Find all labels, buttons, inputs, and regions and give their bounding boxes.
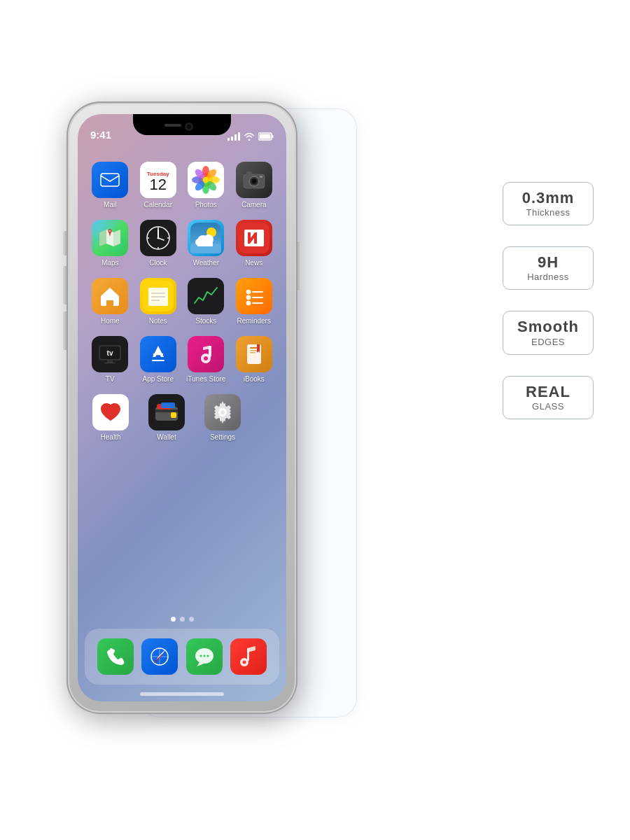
app-mail-label: Mail: [104, 201, 116, 209]
side-button-vol-down: [63, 312, 66, 350]
svg-rect-71: [250, 352, 255, 354]
svg-point-21: [252, 180, 255, 183]
svg-point-53: [246, 301, 251, 305]
dock-phone[interactable]: [94, 638, 137, 675]
app-stocks-label: Stocks: [195, 317, 216, 325]
dock-messages[interactable]: [183, 638, 226, 675]
calendar-day-num: 12: [150, 177, 167, 192]
app-calendar-label: Calendar: [144, 201, 172, 209]
app-camera-label: Camera: [241, 201, 267, 209]
app-photos-label: Photos: [195, 201, 217, 209]
page-dot-1: [171, 617, 176, 622]
app-row-3: Home Notes: [86, 278, 278, 325]
app-tv-label: TV: [106, 375, 115, 383]
app-appstore-label: App Store: [143, 375, 174, 383]
app-itunes[interactable]: iTunes Store: [184, 336, 227, 383]
feature-edges-main: Smooth: [516, 318, 580, 335]
svg-rect-75: [155, 410, 178, 412]
svg-marker-85: [153, 653, 163, 664]
svg-point-91: [243, 661, 246, 664]
app-wallet[interactable]: Wallet: [145, 394, 188, 441]
app-photos[interactable]: Photos: [184, 162, 227, 209]
svg-rect-22: [246, 172, 252, 175]
app-row-1: Mail Tuesday 12 Calendar: [86, 162, 278, 209]
side-button-right: [298, 241, 301, 290]
app-grid: Mail Tuesday 12 Calendar: [78, 156, 286, 458]
svg-point-89: [206, 655, 209, 657]
app-row-2: Maps: [86, 220, 278, 267]
app-clock-label: Clock: [149, 259, 167, 267]
phone-screen: 9:41: [78, 114, 286, 701]
app-weather-label: Weather: [192, 259, 219, 267]
status-icons: [227, 132, 274, 141]
feature-hardness: 9H Hardness: [503, 246, 594, 290]
svg-point-65: [204, 356, 208, 360]
app-stocks[interactable]: Stocks: [184, 278, 227, 325]
side-button-mute: [63, 231, 66, 255]
feature-thickness-main: 0.3mm: [516, 190, 580, 206]
app-reminders-label: Reminders: [237, 317, 271, 325]
feature-hardness-sub: Hardness: [516, 272, 580, 282]
home-indicator: [140, 692, 224, 696]
app-row-4: tv TV: [86, 336, 278, 383]
app-maps[interactable]: Maps: [88, 220, 132, 267]
app-news[interactable]: News: [232, 220, 276, 267]
svg-marker-84: [156, 649, 166, 660]
svg-rect-60: [104, 363, 115, 363]
app-settings[interactable]: Settings: [201, 394, 244, 441]
feature-thickness-sub: Thickness: [516, 207, 580, 218]
battery-icon: [258, 132, 274, 141]
notch: [133, 114, 231, 135]
app-clock[interactable]: Clock: [136, 220, 180, 267]
feature-edges-sub: EDGES: [516, 337, 580, 347]
app-weather[interactable]: Weather: [184, 220, 227, 267]
feature-badges: 0.3mm Thickness 9H Hardness Smooth EDGES…: [503, 182, 594, 419]
svg-rect-42: [197, 242, 213, 246]
svg-rect-78: [161, 402, 175, 408]
app-mail[interactable]: Mail: [88, 162, 132, 209]
svg-rect-23: [260, 176, 262, 178]
svg-rect-2: [164, 124, 181, 127]
app-maps-label: Maps: [102, 259, 118, 267]
app-tv[interactable]: tv TV: [88, 336, 132, 383]
page-dot-3: [189, 617, 194, 622]
app-ibooks-label: iBooks: [244, 375, 265, 383]
product-scene: 9:41: [0, 0, 630, 840]
feature-glass-sub: GLASS: [516, 401, 580, 412]
page-dot-2: [180, 617, 185, 622]
iphone-body: 9:41: [66, 102, 298, 714]
app-camera[interactable]: Camera: [232, 162, 276, 209]
dock: [85, 629, 279, 685]
svg-point-52: [246, 295, 251, 300]
app-appstore[interactable]: App Store: [136, 336, 180, 383]
app-notes-label: Notes: [149, 317, 167, 325]
feature-thickness: 0.3mm Thickness: [503, 182, 594, 225]
app-home-label: Home: [101, 317, 120, 325]
svg-point-88: [203, 655, 205, 657]
dock-safari[interactable]: [138, 638, 181, 675]
svg-point-51: [246, 290, 251, 294]
app-ibooks[interactable]: iBooks: [232, 336, 276, 383]
svg-rect-6: [101, 174, 119, 186]
app-calendar[interactable]: Tuesday 12 Calendar: [136, 162, 180, 209]
feature-glass: REAL GLASS: [503, 376, 594, 419]
app-health[interactable]: Health: [89, 394, 132, 441]
app-row-5: Health: [86, 394, 278, 441]
svg-rect-76: [171, 412, 176, 418]
svg-rect-4: [272, 135, 274, 138]
svg-point-1: [187, 125, 191, 129]
svg-point-87: [200, 655, 202, 657]
app-news-label: News: [245, 259, 262, 267]
app-notes[interactable]: Notes: [136, 278, 180, 325]
app-home[interactable]: Home: [88, 278, 132, 325]
app-settings-label: Settings: [210, 433, 235, 441]
page-dots: [78, 617, 286, 622]
app-reminders[interactable]: Reminders: [232, 278, 276, 325]
svg-rect-5: [260, 134, 271, 139]
svg-text:tv: tv: [107, 349, 113, 357]
side-button-vol-up: [63, 266, 66, 304]
app-wallet-label: Wallet: [157, 433, 176, 441]
dock-music[interactable]: [227, 638, 270, 675]
svg-point-26: [109, 230, 111, 232]
svg-point-31: [157, 237, 159, 239]
